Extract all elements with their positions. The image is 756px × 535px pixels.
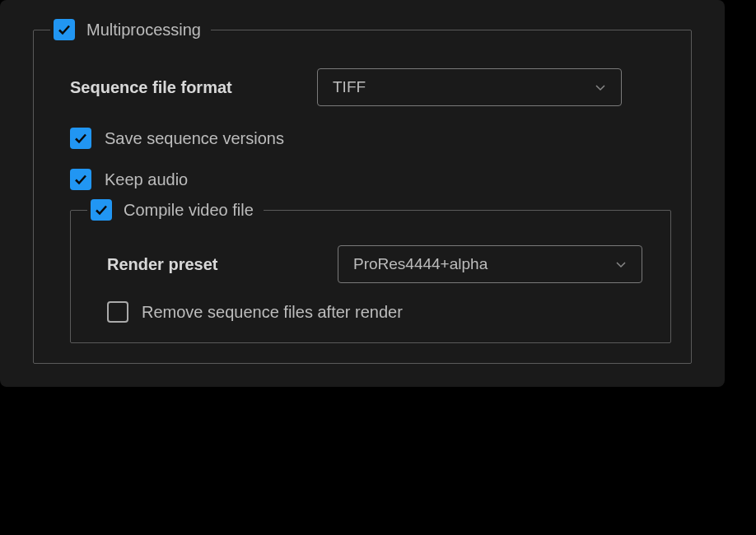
check-icon [95, 203, 108, 216]
compile-checkbox[interactable] [91, 199, 112, 221]
render-preset-label: Render preset [107, 255, 338, 274]
sequence-format-select[interactable]: TIFF [317, 68, 622, 106]
multiprocessing-checkbox[interactable] [54, 19, 75, 40]
sequence-format-label: Sequence file format [70, 78, 317, 97]
render-preset-select[interactable]: ProRes4444+alpha [338, 245, 642, 283]
compile-fieldset: Compile video file Render preset ProRes4… [70, 210, 671, 343]
remove-files-checkbox[interactable] [107, 301, 128, 323]
check-icon [58, 23, 71, 36]
chevron-down-icon [615, 258, 627, 270]
keep-audio-checkbox[interactable] [70, 169, 91, 190]
remove-files-row: Remove sequence files after render [91, 301, 651, 323]
keep-audio-label: Keep audio [105, 170, 188, 189]
multiprocessing-panel: Multiprocessing Sequence file format TIF… [0, 0, 725, 387]
save-versions-checkbox[interactable] [70, 128, 91, 149]
chevron-down-icon [595, 81, 606, 93]
compile-legend-text: Compile video file [124, 201, 254, 220]
check-icon [74, 173, 87, 186]
render-preset-value: ProRes4444+alpha [353, 255, 488, 273]
render-preset-row: Render preset ProRes4444+alpha [91, 245, 651, 283]
multiprocessing-fieldset: Multiprocessing Sequence file format TIF… [33, 30, 692, 364]
sequence-format-row: Sequence file format TIFF [54, 68, 671, 106]
check-icon [74, 132, 87, 145]
compile-legend: Compile video file [87, 199, 264, 221]
keep-audio-row: Keep audio [54, 169, 671, 190]
multiprocessing-legend-text: Multiprocessing [86, 21, 201, 40]
multiprocessing-legend: Multiprocessing [50, 19, 211, 40]
sequence-format-value: TIFF [333, 78, 366, 96]
remove-files-label: Remove sequence files after render [142, 303, 403, 322]
save-versions-label: Save sequence versions [105, 129, 284, 148]
save-versions-row: Save sequence versions [54, 128, 671, 149]
